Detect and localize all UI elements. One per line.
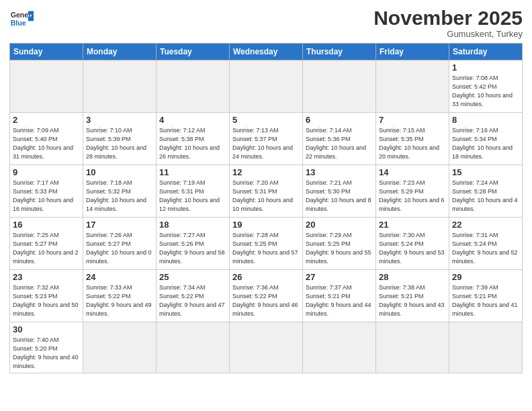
table-row: 22Sunrise: 7:31 AM Sunset: 5:24 PM Dayli… xyxy=(449,218,523,270)
table-row: 17Sunrise: 7:26 AM Sunset: 5:27 PM Dayli… xyxy=(83,218,157,270)
table-row: 8Sunrise: 7:16 AM Sunset: 5:34 PM Daylig… xyxy=(449,113,523,165)
table-row: 15Sunrise: 7:24 AM Sunset: 5:28 PM Dayli… xyxy=(449,165,523,218)
table-row xyxy=(157,322,230,373)
table-row xyxy=(157,60,230,113)
table-row: 16Sunrise: 7:25 AM Sunset: 5:27 PM Dayli… xyxy=(10,218,83,270)
table-row: 6Sunrise: 7:14 AM Sunset: 5:36 PM Daylig… xyxy=(303,113,376,165)
header-sunday: Sunday xyxy=(10,44,83,60)
location-subtitle: Gumuskent, Turkey xyxy=(373,29,523,39)
table-row xyxy=(83,322,157,373)
table-row xyxy=(376,322,449,373)
table-row: 12Sunrise: 7:20 AM Sunset: 5:31 PM Dayli… xyxy=(230,165,303,218)
calendar-table: Sunday Monday Tuesday Wednesday Thursday… xyxy=(9,43,523,373)
table-row xyxy=(83,60,157,113)
table-row: 13Sunrise: 7:21 AM Sunset: 5:30 PM Dayli… xyxy=(303,165,376,218)
table-row: 28Sunrise: 7:38 AM Sunset: 5:21 PM Dayli… xyxy=(376,270,449,322)
table-row xyxy=(303,322,376,373)
table-row: 9Sunrise: 7:17 AM Sunset: 5:33 PM Daylig… xyxy=(10,165,83,218)
table-row: 23Sunrise: 7:32 AM Sunset: 5:23 PM Dayli… xyxy=(10,270,83,322)
table-row: 27Sunrise: 7:37 AM Sunset: 5:21 PM Dayli… xyxy=(303,270,376,322)
table-row: 20Sunrise: 7:29 AM Sunset: 5:25 PM Dayli… xyxy=(303,218,376,270)
table-row xyxy=(230,60,303,113)
table-row: 14Sunrise: 7:23 AM Sunset: 5:29 PM Dayli… xyxy=(376,165,449,218)
table-row: 18Sunrise: 7:27 AM Sunset: 5:26 PM Dayli… xyxy=(157,218,230,270)
table-row: 24Sunrise: 7:33 AM Sunset: 5:22 PM Dayli… xyxy=(83,270,157,322)
table-row: 10Sunrise: 7:18 AM Sunset: 5:32 PM Dayli… xyxy=(83,165,157,218)
table-row: 30Sunrise: 7:40 AM Sunset: 5:20 PM Dayli… xyxy=(10,322,83,373)
header-friday: Friday xyxy=(376,44,449,60)
header-thursday: Thursday xyxy=(303,44,376,60)
table-row: 2Sunrise: 7:09 AM Sunset: 5:40 PM Daylig… xyxy=(10,113,83,165)
table-row: 26Sunrise: 7:36 AM Sunset: 5:22 PM Dayli… xyxy=(230,270,303,322)
table-row xyxy=(10,60,83,113)
table-row: 29Sunrise: 7:39 AM Sunset: 5:21 PM Dayli… xyxy=(449,270,523,322)
table-row: 4Sunrise: 7:12 AM Sunset: 5:38 PM Daylig… xyxy=(157,113,230,165)
table-row: 5Sunrise: 7:13 AM Sunset: 5:37 PM Daylig… xyxy=(230,113,303,165)
table-row xyxy=(376,60,449,113)
table-row xyxy=(303,60,376,113)
header-wednesday: Wednesday xyxy=(230,44,303,60)
table-row: 1Sunrise: 7:08 AM Sunset: 5:42 PM Daylig… xyxy=(449,60,523,113)
table-row: 25Sunrise: 7:34 AM Sunset: 5:22 PM Dayli… xyxy=(157,270,230,322)
svg-text:Blue: Blue xyxy=(11,19,26,27)
table-row: 3Sunrise: 7:10 AM Sunset: 5:39 PM Daylig… xyxy=(83,113,157,165)
table-row: 11Sunrise: 7:19 AM Sunset: 5:31 PM Dayli… xyxy=(157,165,230,218)
month-title: November 2025 xyxy=(373,7,523,29)
logo: General Blue xyxy=(9,7,34,31)
header-monday: Monday xyxy=(83,44,157,60)
table-row xyxy=(230,322,303,373)
table-row: 7Sunrise: 7:15 AM Sunset: 5:35 PM Daylig… xyxy=(376,113,449,165)
table-row: 19Sunrise: 7:28 AM Sunset: 5:25 PM Dayli… xyxy=(230,218,303,270)
table-row: 21Sunrise: 7:30 AM Sunset: 5:24 PM Dayli… xyxy=(376,218,449,270)
header-saturday: Saturday xyxy=(449,44,523,60)
header-tuesday: Tuesday xyxy=(157,44,230,60)
table-row xyxy=(449,322,523,373)
